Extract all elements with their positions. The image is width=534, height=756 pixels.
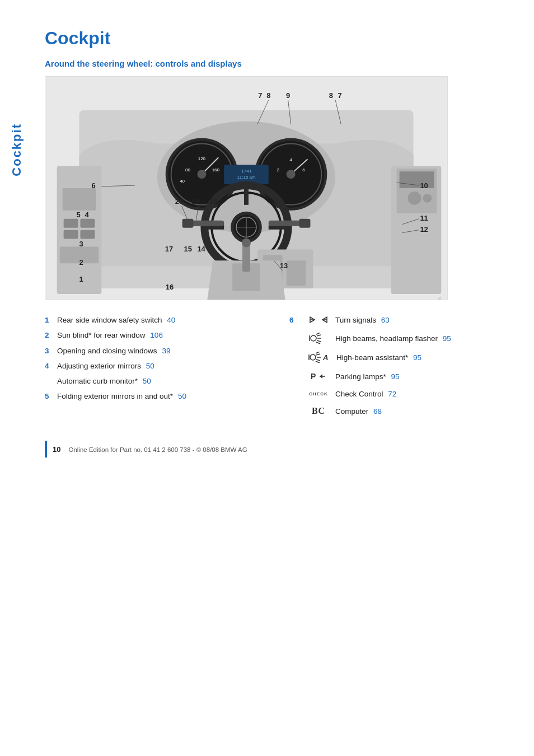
list-item: 3 Opening and closing windows 39	[45, 346, 267, 357]
svg-text:40: 40	[180, 179, 185, 184]
svg-line-105	[316, 361, 320, 363]
svg-line-98	[316, 342, 320, 344]
svg-text:3: 3	[79, 240, 83, 248]
item-text: Sun blind* for rear window 106	[57, 330, 163, 341]
right-list-item: A High-beam assistant* 95	[289, 352, 512, 363]
page-container: Cockpit Cockpit Around the steering whee…	[0, 0, 534, 756]
item-text: Turn signals 63	[335, 316, 390, 324]
item-text: Automatic curb monitor* 50	[57, 376, 151, 387]
cockpit-diagram: 120 80 40 160 4 2 6 174 l 11:15 am	[45, 76, 448, 300]
svg-text:1: 1	[79, 275, 83, 283]
svg-point-16	[287, 170, 296, 179]
svg-line-95	[317, 335, 321, 336]
svg-rect-39	[63, 188, 96, 211]
svg-point-55	[242, 239, 251, 248]
list-item: 4 Automatic curb monitor* 50	[45, 376, 267, 387]
left-list: 1 Rear side window safety switch 40 2 Su…	[45, 315, 267, 424]
svg-rect-47	[400, 171, 434, 188]
sidebar: Cockpit	[0, 0, 34, 756]
svg-text:12: 12	[420, 225, 428, 234]
svg-text:4: 4	[85, 211, 89, 219]
item-number: 5	[45, 391, 57, 402]
check-control-icon: CHECK	[307, 391, 330, 396]
svg-text:A: A	[322, 353, 328, 362]
svg-text:6: 6	[302, 167, 305, 172]
svg-rect-34	[191, 221, 224, 226]
svg-text:16: 16	[166, 283, 174, 291]
bc-text: BC	[312, 406, 325, 416]
item-number: 6	[289, 316, 302, 324]
item-text: High beams, headlamp flasher 95	[335, 334, 451, 343]
asterisk: *	[383, 372, 386, 381]
list-item: 1 Rear side window safety switch 40	[45, 315, 267, 326]
svg-text:20: 20	[175, 197, 183, 206]
asterisk: *	[135, 377, 138, 385]
item-page: 106	[150, 331, 163, 339]
item-page: 50	[143, 377, 151, 385]
item-page: 50	[178, 392, 186, 400]
footer-blue-bar	[45, 441, 47, 458]
svg-text:11:15 am: 11:15 am	[237, 175, 256, 180]
asterisk: *	[170, 392, 173, 400]
item-number: 2	[45, 330, 57, 341]
item-page: 68	[373, 407, 382, 416]
high-beams-icon	[307, 333, 330, 344]
svg-text:19: 19	[191, 197, 199, 206]
svg-text:18: 18	[209, 197, 217, 206]
item-number: 1	[45, 315, 57, 326]
check-text: CHECK	[309, 391, 327, 396]
item-text: High-beam assistant* 95	[336, 353, 421, 362]
svg-point-49	[423, 194, 432, 203]
svg-rect-40	[64, 219, 78, 228]
lists-container: 1 Rear side window safety switch 40 2 Su…	[45, 315, 512, 424]
svg-rect-54	[242, 244, 250, 272]
list-item: 5 Folding exterior mirrors in and out* 5…	[45, 391, 267, 402]
svg-point-100	[310, 354, 316, 360]
right-list-item: CHECK Check Control 72	[289, 390, 512, 398]
svg-text:80: 80	[185, 167, 190, 172]
asterisk: *	[88, 331, 91, 339]
svg-text:7: 7	[338, 91, 342, 100]
item-page: 72	[388, 390, 396, 398]
svg-text:14: 14	[197, 245, 205, 253]
item-text: Parking lamps* 95	[335, 372, 400, 381]
svg-text:9: 9	[286, 91, 290, 100]
item-number: 3	[45, 346, 57, 357]
svg-point-7	[197, 170, 206, 179]
svg-text:10: 10	[420, 181, 428, 190]
item-text: Check Control 72	[335, 390, 396, 398]
asterisk: *	[405, 353, 408, 362]
right-list-item: 6 Turn signals 63	[289, 315, 512, 325]
parking-lamps-icon: P	[307, 371, 330, 382]
svg-text:11: 11	[420, 214, 428, 222]
svg-text:2: 2	[79, 258, 83, 267]
right-list-item: P Parking lamps* 95	[289, 371, 512, 382]
item-text: Computer 68	[335, 407, 382, 416]
item-text: Rear side window safety switch 40	[57, 315, 175, 326]
svg-text:07/2c2085-4N: 07/2c2085-4N	[438, 297, 442, 300]
svg-text:17: 17	[165, 245, 173, 253]
svg-text:15: 15	[184, 245, 192, 253]
svg-line-96	[317, 340, 321, 342]
svg-text:174 l: 174 l	[241, 169, 251, 174]
item-page: 95	[391, 372, 400, 381]
list-item: 4 Adjusting exterior mirrors 50	[45, 361, 267, 372]
item-page: 95	[443, 334, 451, 343]
footer-content: 10 Online Edition for Part no. 01 41 2 6…	[53, 441, 247, 458]
item-number: 4	[45, 361, 57, 372]
svg-text:5: 5	[77, 211, 81, 219]
item-page: 95	[413, 353, 421, 362]
svg-text:8: 8	[266, 91, 270, 100]
item-page: 40	[167, 316, 175, 324]
sidebar-label: Cockpit	[10, 123, 24, 176]
svg-text:8: 8	[329, 91, 333, 100]
svg-rect-36	[269, 221, 302, 226]
footer-text: Online Edition for Part no. 01 41 2 600 …	[68, 446, 247, 453]
cockpit-svg: 120 80 40 160 4 2 6 174 l 11:15 am	[45, 77, 447, 300]
svg-text:120: 120	[198, 156, 206, 161]
svg-rect-43	[80, 230, 95, 239]
svg-point-48	[408, 192, 421, 205]
svg-line-102	[316, 354, 320, 355]
svg-marker-110	[320, 374, 322, 379]
svg-text:6: 6	[91, 181, 95, 190]
